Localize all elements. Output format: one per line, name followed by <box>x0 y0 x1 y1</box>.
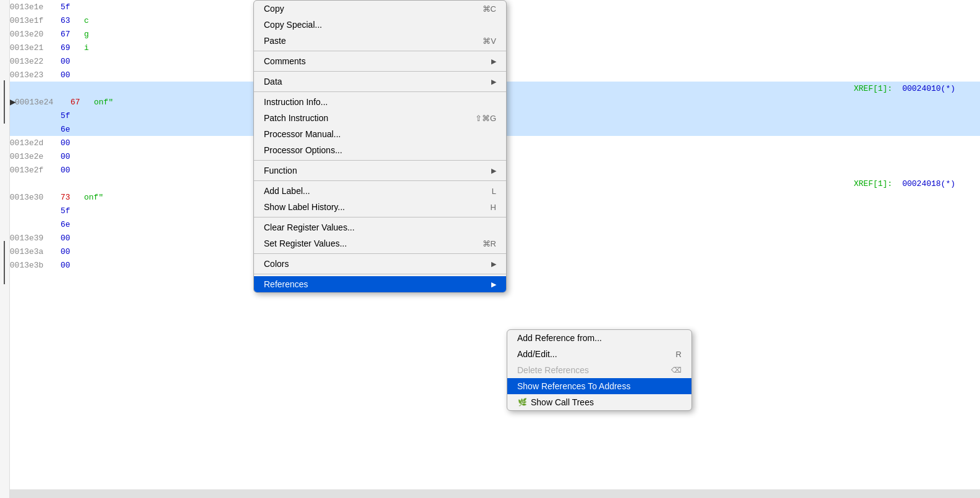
addr-2: 00013e1f <box>5 16 61 25</box>
menu-item-copy[interactable]: Copy ⌘C <box>254 1 506 17</box>
byte-18: 00 <box>61 261 79 270</box>
menu-sep-7 <box>254 253 506 254</box>
menu-item-processor-options[interactable]: Processor Options... <box>254 142 506 158</box>
xref-addr-1: 00024010(*) <box>902 84 955 93</box>
submenu-item-delete-references-label: Delete References <box>517 365 589 375</box>
colors-arrow-icon: ▶ <box>491 260 496 268</box>
menu-item-show-label-history[interactable]: Show Label History... H <box>254 199 506 215</box>
addr-12: 00013e2f <box>5 166 61 175</box>
menu-item-add-label[interactable]: Add Label... L <box>254 183 506 199</box>
addr-17: 00013e3a <box>5 247 61 256</box>
submenu-item-show-references-to-address[interactable]: Show References To Address <box>507 378 691 394</box>
byte-17: 00 <box>61 247 79 256</box>
data-arrow-icon: ▶ <box>491 78 496 86</box>
byte-6: 00 <box>61 70 79 80</box>
menu-item-comments[interactable]: Comments ▶ <box>254 53 506 69</box>
menu-item-set-register-values[interactable]: Set Register Values... ⌘R <box>254 235 506 251</box>
byte-13: 73 <box>61 193 79 202</box>
menu-item-patch-instruction-shortcut: ⇧⌘G <box>475 114 496 123</box>
horizontal-scrollbar[interactable] <box>0 489 980 498</box>
menu-item-colors-label: Colors <box>264 259 289 269</box>
menu-item-colors[interactable]: Colors ▶ <box>254 256 506 272</box>
context-menu: Copy ⌘C Copy Special... Paste ⌘V Comment… <box>253 0 507 293</box>
menu-item-show-label-history-label: Show Label History... <box>264 202 345 212</box>
menu-item-processor-manual[interactable]: Processor Manual... <box>254 126 506 142</box>
submenu-item-add-edit[interactable]: Add/Edit... R <box>507 346 691 362</box>
menu-item-paste-label: Paste <box>264 36 286 46</box>
left-gutter <box>0 0 10 498</box>
submenu-item-delete-references: Delete References ⌫ <box>507 362 691 378</box>
menu-sep-2 <box>254 71 506 72</box>
xref-label-2: XREF[1]: <box>854 179 892 188</box>
submenu-item-add-reference-from-label: Add Reference from... <box>517 333 602 343</box>
comment-2: c <box>84 16 89 25</box>
menu-item-set-register-values-shortcut: ⌘R <box>483 239 496 248</box>
menu-sep-1 <box>254 51 506 51</box>
left-bar-2 <box>4 241 5 284</box>
addr-16: 00013e39 <box>5 234 61 243</box>
references-arrow-icon: ▶ <box>491 281 496 289</box>
menu-item-references[interactable]: References ▶ <box>254 276 506 292</box>
addr-1: 00013e1e <box>5 2 61 12</box>
menu-item-patch-instruction-label: Patch Instruction <box>264 113 328 123</box>
menu-sep-4 <box>254 160 506 161</box>
submenu-item-show-references-to-address-label: Show References To Address <box>517 381 630 391</box>
menu-item-clear-register-values[interactable]: Clear Register Values... <box>254 219 506 235</box>
submenu-item-add-edit-label: Add/Edit... <box>517 349 557 359</box>
comment-3: g <box>84 30 89 39</box>
menu-sep-3 <box>254 91 506 92</box>
submenu-item-add-edit-shortcut: R <box>676 350 682 359</box>
menu-item-function-label: Function <box>264 166 297 175</box>
menu-item-paste[interactable]: Paste ⌘V <box>254 33 506 49</box>
submenu-item-add-reference-from[interactable]: Add Reference from... <box>507 330 691 346</box>
menu-item-processor-manual-label: Processor Manual... <box>264 129 341 139</box>
comments-arrow-icon: ▶ <box>491 57 496 65</box>
menu-item-copy-special[interactable]: Copy Special... <box>254 17 506 33</box>
addr-4: 00013e21 <box>5 43 61 53</box>
menu-item-show-label-history-shortcut: H <box>491 203 496 212</box>
menu-item-copy-label: Copy <box>264 4 284 14</box>
addr-13: 00013e30 <box>5 193 61 202</box>
addr-11: 00013e2e <box>5 152 61 161</box>
menu-item-function[interactable]: Function ▶ <box>254 162 506 179</box>
byte-15: 6e <box>61 220 79 229</box>
menu-item-set-register-values-label: Set Register Values... <box>264 238 347 248</box>
addr-3: 00013e20 <box>5 30 61 39</box>
function-arrow-icon: ▶ <box>491 167 496 175</box>
menu-item-comments-label: Comments <box>264 56 306 66</box>
addr-7: 00013e24 <box>15 98 70 107</box>
comment-7: onf" <box>94 98 113 107</box>
xref-label-1: XREF[1]: <box>854 84 892 93</box>
menu-sep-6 <box>254 217 506 217</box>
byte-1: 5f <box>61 2 79 12</box>
byte-9: 6e <box>61 125 79 134</box>
menu-item-instruction-info[interactable]: Instruction Info... <box>254 94 506 110</box>
addr-10: 00013e2d <box>5 138 61 148</box>
byte-4: 69 <box>61 43 79 53</box>
byte-10: 00 <box>61 138 79 148</box>
menu-sep-5 <box>254 180 506 181</box>
menu-item-patch-instruction[interactable]: Patch Instruction ⇧⌘G <box>254 110 506 126</box>
menu-item-data-label: Data <box>264 77 282 87</box>
menu-item-paste-shortcut: ⌘V <box>483 36 496 46</box>
menu-item-processor-options-label: Processor Options... <box>264 145 342 155</box>
delete-icon: ⌫ <box>671 366 682 374</box>
addr-18: 00013e3b <box>5 261 61 270</box>
byte-12: 00 <box>61 166 79 175</box>
addr-5: 00013e22 <box>5 57 61 66</box>
byte-7: 67 <box>70 98 89 107</box>
menu-item-data[interactable]: Data ▶ <box>254 74 506 90</box>
submenu-item-show-call-trees-label: 🌿 Show Call Trees <box>517 397 594 407</box>
byte-2: 63 <box>61 16 79 25</box>
submenu-item-show-call-trees[interactable]: 🌿 Show Call Trees <box>507 394 691 410</box>
menu-item-references-label: References <box>264 279 308 289</box>
comment-4: i <box>84 43 89 53</box>
byte-11: 00 <box>61 152 79 161</box>
submenu-references: Add Reference from... Add/Edit... R Dele… <box>507 329 692 411</box>
menu-item-add-label-label: Add Label... <box>264 186 310 196</box>
byte-3: 67 <box>61 30 79 39</box>
comment-13: onf" <box>84 193 103 202</box>
tree-icon: 🌿 <box>517 397 527 407</box>
menu-item-instruction-info-label: Instruction Info... <box>264 97 328 107</box>
addr-6: 00013e23 <box>5 70 61 80</box>
